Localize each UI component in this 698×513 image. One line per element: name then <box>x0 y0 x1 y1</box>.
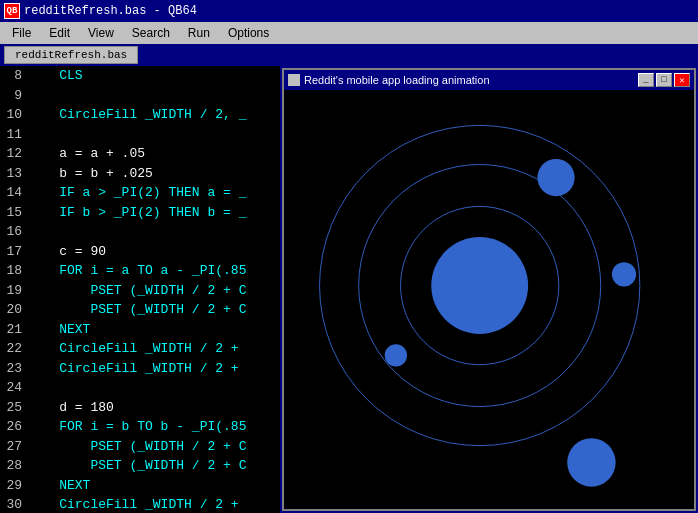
code-line-9: 9 <box>0 86 280 106</box>
animation-canvas <box>284 90 694 509</box>
maximize-button[interactable]: □ <box>656 73 672 87</box>
planet-3 <box>385 344 407 366</box>
code-line-30: 30 CircleFill _WIDTH / 2 + <box>0 495 280 513</box>
code-line-23: 23 CircleFill _WIDTH / 2 + <box>0 359 280 379</box>
code-line-16: 16 <box>0 222 280 242</box>
animation-svg <box>284 90 694 509</box>
close-button[interactable]: ✕ <box>674 73 690 87</box>
title-bar: QB redditRefresh.bas - QB64 <box>0 0 698 22</box>
code-line-18: 18 FOR i = a TO a - _PI(.85 <box>0 261 280 281</box>
anim-window-controls: _ □ ✕ <box>638 73 690 87</box>
menu-options[interactable]: Options <box>220 24 277 42</box>
code-line-13: 13 b = b + .025 <box>0 164 280 184</box>
planet-4 <box>567 438 615 486</box>
code-line-17: 17 c = 90 <box>0 242 280 262</box>
tab-file[interactable]: redditRefresh.bas <box>4 46 138 64</box>
anim-title-bar: Reddit's mobile app loading animation _ … <box>284 70 694 90</box>
planet-2 <box>612 262 636 286</box>
minimize-button[interactable]: _ <box>638 73 654 87</box>
window-title: redditRefresh.bas - QB64 <box>24 4 197 18</box>
anim-window-icon <box>288 74 300 86</box>
planet-1 <box>537 159 574 196</box>
menu-edit[interactable]: Edit <box>41 24 78 42</box>
anim-window-title: Reddit's mobile app loading animation <box>304 74 638 86</box>
menu-bar: File Edit View Search Run Options <box>0 22 698 44</box>
code-line-21: 21 NEXT <box>0 320 280 340</box>
app-icon: QB <box>4 3 20 19</box>
code-line-25: 25 d = 180 <box>0 398 280 418</box>
code-line-20: 20 PSET (_WIDTH / 2 + C <box>0 300 280 320</box>
menu-search[interactable]: Search <box>124 24 178 42</box>
code-line-29: 29 NEXT <box>0 476 280 496</box>
code-line-19: 19 PSET (_WIDTH / 2 + C <box>0 281 280 301</box>
menu-view[interactable]: View <box>80 24 122 42</box>
code-line-12: 12 a = a + .05 <box>0 144 280 164</box>
code-editor: 8 CLS 9 10 CircleFill _WIDTH / 2, _ 11 1… <box>0 66 280 513</box>
code-line-10: 10 CircleFill _WIDTH / 2, _ <box>0 105 280 125</box>
tab-bar: redditRefresh.bas <box>0 44 698 66</box>
code-line-14: 14 IF a > _PI(2) THEN a = _ <box>0 183 280 203</box>
code-line-22: 22 CircleFill _WIDTH / 2 + <box>0 339 280 359</box>
menu-file[interactable]: File <box>4 24 39 42</box>
menu-run[interactable]: Run <box>180 24 218 42</box>
main-area: 8 CLS 9 10 CircleFill _WIDTH / 2, _ 11 1… <box>0 66 698 513</box>
code-line-8: 8 CLS <box>0 66 280 86</box>
code-line-24: 24 <box>0 378 280 398</box>
center-planet <box>431 237 528 334</box>
code-line-28: 28 PSET (_WIDTH / 2 + C <box>0 456 280 476</box>
code-line-11: 11 <box>0 125 280 145</box>
code-line-27: 27 PSET (_WIDTH / 2 + C <box>0 437 280 457</box>
animation-window: Reddit's mobile app loading animation _ … <box>282 68 696 511</box>
code-line-26: 26 FOR i = b TO b - _PI(.85 <box>0 417 280 437</box>
code-line-15: 15 IF b > _PI(2) THEN b = _ <box>0 203 280 223</box>
